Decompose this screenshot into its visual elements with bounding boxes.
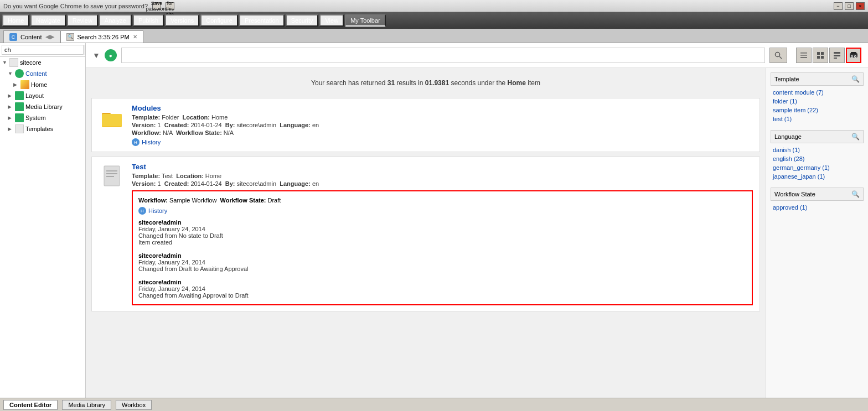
history-change-1: Changed from No state to Draft bbox=[138, 232, 746, 239]
expander-system: ▶ bbox=[8, 115, 13, 121]
search-icon bbox=[774, 51, 783, 60]
results-summary: Your search has returned 31 results in 0… bbox=[91, 74, 760, 92]
incognito-icon bbox=[848, 50, 859, 61]
toolbar-security[interactable]: Security bbox=[286, 14, 319, 27]
search-tab-icon: 🔍 bbox=[66, 33, 74, 41]
sidebar-item-sitecore[interactable]: ▼ sitecore bbox=[0, 57, 85, 68]
document-icon bbox=[101, 165, 123, 187]
svg-rect-9 bbox=[834, 52, 840, 54]
svg-rect-11 bbox=[834, 58, 837, 59]
history-date-3: Friday, January 24, 2014 bbox=[138, 285, 746, 292]
svg-line-1 bbox=[779, 56, 782, 59]
close-button[interactable]: × bbox=[856, 2, 865, 10]
facet-item-japanese[interactable]: japanese_japan (1) bbox=[771, 172, 864, 181]
history-link-modules[interactable]: H History bbox=[132, 138, 753, 146]
maximize-button[interactable]: □ bbox=[845, 2, 854, 10]
facet-item-test[interactable]: test (1) bbox=[771, 115, 864, 123]
history-expanded-test: Workflow: Sample Workflow Workflow State… bbox=[132, 190, 753, 305]
grid-view-button[interactable] bbox=[813, 48, 828, 63]
folder-icon bbox=[101, 106, 123, 128]
minimize-button[interactable]: − bbox=[834, 2, 843, 10]
svg-rect-23 bbox=[106, 173, 117, 174]
svg-rect-22 bbox=[106, 170, 117, 171]
facet-item-content-module[interactable]: content module (7) bbox=[771, 88, 864, 97]
browser-bar-left: Do you want Google Chrome to save your p… bbox=[3, 2, 174, 10]
svg-rect-12 bbox=[850, 53, 857, 58]
facet-item-english[interactable]: english (28) bbox=[771, 154, 864, 163]
toolbar-configure[interactable]: Configure bbox=[200, 14, 238, 27]
never-button[interactable]: Never for this site bbox=[166, 2, 174, 10]
close-tab-icon[interactable]: ✕ bbox=[133, 34, 137, 40]
list-view-button[interactable] bbox=[796, 48, 812, 63]
search-tab-label: Search 3:35:26 PM bbox=[78, 34, 130, 40]
facet-search-workflow-state[interactable]: 🔍 bbox=[851, 190, 860, 198]
expander-sitecore: ▼ bbox=[2, 60, 8, 65]
toolbar-review[interactable]: Review bbox=[67, 14, 98, 27]
toolbar-home[interactable]: Home bbox=[2, 14, 29, 27]
facet-title-language: Language bbox=[774, 133, 802, 140]
tab-content[interactable]: C Content ◀▶ bbox=[3, 30, 60, 43]
facet-title-workflow-state: Workflow State bbox=[774, 191, 815, 197]
toolbar-mytoolbar[interactable]: My Toolbar bbox=[345, 14, 386, 27]
svg-rect-20 bbox=[102, 114, 122, 126]
sidebar-search-box: ▼ bbox=[0, 43, 85, 57]
expander-layout: ▶ bbox=[8, 93, 13, 98]
facet-item-danish[interactable]: danish (1) bbox=[771, 145, 864, 154]
search-header: ▼ ● bbox=[86, 43, 868, 68]
status-tab-workbox[interactable]: Workbox bbox=[116, 400, 152, 410]
sidebar-item-layout[interactable]: ▶ Layout bbox=[0, 90, 85, 101]
data-view-button[interactable] bbox=[829, 48, 845, 63]
status-tab-content-editor[interactable]: Content Editor bbox=[3, 400, 58, 410]
search-button[interactable] bbox=[769, 48, 787, 63]
history-user-3: sitecore\admin bbox=[138, 279, 746, 285]
content-tab-label: Content bbox=[20, 34, 42, 40]
facet-item-approved[interactable]: approved (1) bbox=[771, 203, 864, 212]
history-icon-test: H bbox=[138, 207, 146, 215]
facet-search-template[interactable]: 🔍 bbox=[851, 75, 860, 83]
toolbar-versions[interactable]: Versions bbox=[165, 14, 199, 27]
status-bar: Content Editor Media Library Workbox bbox=[0, 398, 868, 411]
result-body-test: Test Template: Test Location: Home Versi… bbox=[132, 163, 753, 305]
save-password-button[interactable]: Save password bbox=[152, 2, 161, 10]
toolbar-navigate[interactable]: Navigate bbox=[30, 14, 65, 27]
facet-search-language[interactable]: 🔍 bbox=[851, 133, 860, 141]
svg-rect-10 bbox=[834, 55, 840, 56]
facet-item-german[interactable]: german_germany (1) bbox=[771, 163, 864, 172]
toolbar-analyze[interactable]: Analyze bbox=[99, 14, 132, 27]
sidebar-item-content[interactable]: ▼ Content bbox=[0, 68, 85, 79]
sidebar-item-media-library[interactable]: ▶ Media Library bbox=[0, 101, 85, 112]
search-input[interactable] bbox=[121, 48, 765, 63]
result-title-modules[interactable]: Modules bbox=[132, 104, 753, 112]
view-buttons bbox=[796, 48, 861, 63]
toolbar-presentation[interactable]: Presentation bbox=[239, 14, 285, 27]
facet-item-folder[interactable]: folder (1) bbox=[771, 97, 864, 106]
sidebar-item-home[interactable]: ▶ Home bbox=[0, 79, 85, 90]
system-label: System bbox=[25, 115, 46, 121]
sidebar-item-templates[interactable]: ▶ Templates bbox=[0, 123, 85, 134]
toolbar-publish[interactable]: Publish bbox=[133, 14, 164, 27]
svg-rect-6 bbox=[821, 52, 824, 55]
history-change-2: Changed from Draft to Awaiting Approval bbox=[138, 266, 746, 272]
sidebar-item-system[interactable]: ▶ System bbox=[0, 112, 85, 123]
incognito-view-button[interactable] bbox=[846, 48, 861, 63]
sidebar-search-input[interactable] bbox=[2, 45, 84, 55]
history-entry-3: sitecore\admin Friday, January 24, 2014 … bbox=[138, 279, 746, 299]
system-icon bbox=[15, 113, 24, 122]
status-tab-media-library[interactable]: Media Library bbox=[62, 400, 111, 410]
home-icon bbox=[20, 80, 29, 89]
search-back-arrow[interactable]: ▼ bbox=[92, 51, 100, 60]
history-entry-1: sitecore\admin Friday, January 24, 2014 … bbox=[138, 219, 746, 246]
toolbar: Home Navigate Review Analyze Publish Ver… bbox=[0, 12, 868, 29]
grid-view-icon bbox=[817, 51, 824, 59]
password-prompt: Do you want Google Chrome to save your p… bbox=[3, 3, 148, 9]
facet-item-sample-item[interactable]: sample item (22) bbox=[771, 106, 864, 115]
history-link-test[interactable]: H History bbox=[138, 207, 746, 215]
sitecore-label: sitecore bbox=[20, 59, 42, 66]
search-globe-icon[interactable]: ● bbox=[105, 49, 117, 61]
result-title-test[interactable]: Test bbox=[132, 163, 753, 171]
toolbar-view[interactable]: View bbox=[319, 14, 344, 27]
tab-search[interactable]: 🔍 Search 3:35:26 PM ✕ bbox=[60, 30, 143, 43]
result-workflow-modules: Workflow: N/A Workflow State: N/A bbox=[132, 129, 753, 136]
svg-rect-24 bbox=[106, 176, 114, 177]
facet-header-template: Template 🔍 bbox=[771, 72, 864, 86]
